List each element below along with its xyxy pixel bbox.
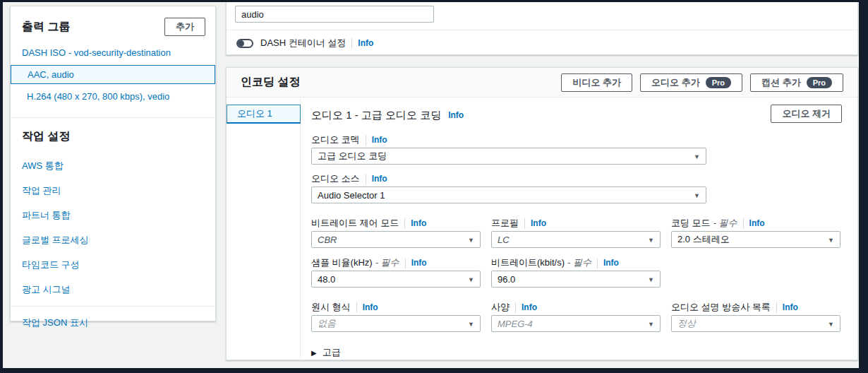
encoding-header-actions: 비디오 추가 오디오 추가 Pro 캡션 추가 Pro <box>561 73 843 92</box>
sidebar-item-dash-iso-group[interactable]: DASH ISO - vod-security-destination <box>11 43 215 62</box>
advanced-expander[interactable]: ▶ 고급 <box>311 346 842 359</box>
coding-mode-info-link[interactable]: Info <box>749 218 765 228</box>
audio-codec-label-row: 오디오 코덱 Info <box>311 134 842 146</box>
job-sidebar: 출력 그룹 추가 DASH ISO - vod-security-destina… <box>10 6 216 321</box>
label-separator <box>351 38 352 49</box>
audio-source-value: Audio Selector 1 <box>318 190 385 201</box>
job-settings-section: 작업 설정 AWS 통합 작업 관리 파트너 통합 글로벌 프로세싱 타임코드 … <box>11 118 215 306</box>
sample-rate-label-row: 샘플 비율(kHz) - 필수 Info <box>311 257 481 268</box>
raw-format-label-row: 원시 형식 Info <box>311 302 481 313</box>
label-separator <box>405 258 406 268</box>
audio-coding-info-link[interactable]: Info <box>448 110 464 120</box>
name-modifier-input[interactable] <box>235 6 434 23</box>
chevron-down-icon: ▼ <box>648 237 654 244</box>
label-separator <box>524 218 525 229</box>
output-tab-rail: 오디오 1 <box>227 97 301 360</box>
specification-select[interactable]: MPEG-4 ▼ <box>491 315 661 332</box>
add-audio-label: 오디오 추가 <box>651 76 700 89</box>
add-video-label: 비디오 추가 <box>572 76 621 89</box>
chevron-down-icon: ▼ <box>828 237 834 244</box>
profile-label-row: 프로필 Info <box>491 218 661 229</box>
label-separator <box>776 302 777 313</box>
audio-codec-label: 오디오 코덱 <box>311 134 360 146</box>
add-audio-button[interactable]: 오디오 추가 Pro <box>640 73 742 92</box>
dash-container-info-link[interactable]: Info <box>358 38 373 48</box>
chevron-down-icon: ▼ <box>468 276 474 283</box>
profile-select[interactable]: LC ▼ <box>491 231 661 248</box>
window-frame: 출력 그룹 추가 DASH ISO - vod-security-destina… <box>0 0 868 373</box>
remove-audio-button[interactable]: 오디오 제거 <box>771 105 842 123</box>
label-separator <box>743 218 744 229</box>
chevron-down-icon: ▼ <box>468 321 474 328</box>
dash-container-toggle[interactable] <box>236 39 253 48</box>
sidebar-item-aac-audio-selected[interactable]: AAC, audio <box>11 65 215 84</box>
broadcaster-mix-label: 오디오 설명 방송사 목록 <box>671 301 771 314</box>
audio-source-info-link[interactable]: Info <box>372 174 387 184</box>
job-settings-title: 작업 설정 <box>22 129 204 144</box>
output-groups-title: 출력 그룹 <box>22 20 70 35</box>
label-separator <box>597 258 598 268</box>
codec-options-row-2: 샘플 비율(kHz) - 필수 Info 48.0 ▼ 비트레이트(kbit/s… <box>311 257 842 288</box>
raw-format-info-link[interactable]: Info <box>363 302 378 312</box>
encoding-settings-header: 인코딩 설정 비디오 추가 오디오 추가 Pro 캡션 추가 Pro <box>227 68 857 97</box>
required-suffix: - 필수 <box>567 256 591 269</box>
audio-source-label-row: 오디오 소스 Info <box>311 173 842 184</box>
specification-label-row: 사양 Info <box>491 302 661 313</box>
broadcaster-mix-info-link[interactable]: Info <box>783 302 798 312</box>
profile-label: 프로필 <box>491 217 519 230</box>
pro-badge: Pro <box>807 77 832 88</box>
bitrate-label-row: 비트레이트(kbit/s) - 필수 Info <box>491 257 661 268</box>
encoding-settings-card: 인코딩 설정 비디오 추가 오디오 추가 Pro 캡션 추가 Pro 오디오 1 <box>226 67 858 360</box>
audio-codec-value: 고급 오디오 코딩 <box>318 150 387 162</box>
label-separator <box>356 302 357 313</box>
sidebar-item-timecode-config[interactable]: 타임코드 구성 <box>22 259 204 271</box>
show-job-json-link[interactable]: 작업 JSON 표시 <box>22 316 204 329</box>
sample-rate-info-link[interactable]: Info <box>411 258 427 268</box>
bitrate-value: 96.0 <box>498 274 515 285</box>
raw-format-value: 없음 <box>318 317 336 330</box>
sidebar-item-partner-integration[interactable]: 파트너 통합 <box>22 209 204 222</box>
profile-value: LC <box>498 235 510 245</box>
coding-mode-select[interactable]: 2.0 스테레오 ▼ <box>671 231 840 248</box>
raw-format-select[interactable]: 없음 ▼ <box>311 315 481 332</box>
audio-codec-info-link[interactable]: Info <box>372 135 387 145</box>
audio-codec-select[interactable]: 고급 오디오 코딩 ▼ <box>311 148 706 165</box>
add-video-button[interactable]: 비디오 추가 <box>561 73 632 92</box>
specification-info-link[interactable]: Info <box>522 302 537 312</box>
section-divider <box>227 30 857 30</box>
sample-rate-label: 샘플 비율(kHz) <box>311 256 373 269</box>
audio-source-select[interactable]: Audio Selector 1 ▼ <box>311 186 706 203</box>
tab-audio-1[interactable]: 오디오 1 <box>227 105 301 124</box>
bitrate-control-mode-select[interactable]: CBR ▼ <box>311 231 481 248</box>
raw-format-label: 원시 형식 <box>311 301 351 314</box>
coding-mode-label-row: 코딩 모드 - 필수 Info <box>671 218 840 229</box>
profile-info-link[interactable]: Info <box>531 218 546 228</box>
broadcaster-mix-select[interactable]: 정상 ▼ <box>671 315 840 332</box>
show-job-json-row: 작업 JSON 표시 <box>11 307 215 339</box>
bitrate-control-mode-info-link[interactable]: Info <box>411 218 426 228</box>
sample-rate-select[interactable]: 48.0 ▼ <box>311 271 481 288</box>
empty-cell <box>671 257 840 288</box>
advanced-label: 고급 <box>323 346 341 359</box>
chevron-down-icon: ▼ <box>694 192 700 199</box>
sidebar-item-aws-integration[interactable]: AWS 통합 <box>22 160 204 172</box>
label-separator <box>404 218 405 229</box>
audio-1-pane: 오디오 1 - 고급 오디오 코딩 Info 오디오 제거 오디오 코덱 Inf… <box>301 97 857 360</box>
bitrate-info-link[interactable]: Info <box>603 258 619 268</box>
sidebar-item-job-management[interactable]: 작업 관리 <box>22 184 204 197</box>
output-settings-card: DASH 컨테이너 설정 Info <box>226 2 858 55</box>
add-caption-label: 캡션 추가 <box>761 76 801 89</box>
sidebar-item-ad-signaling[interactable]: 광고 시그널 <box>22 283 204 296</box>
toggle-knob-icon <box>238 40 244 47</box>
output-groups-header: 출력 그룹 추가 <box>11 6 215 43</box>
add-output-group-button[interactable]: 추가 <box>164 18 205 36</box>
bitrate-select[interactable]: 96.0 ▼ <box>491 271 661 288</box>
sidebar-item-global-processing[interactable]: 글로벌 프로세싱 <box>22 234 204 247</box>
sidebar-item-h264-video[interactable]: H.264 (480 x 270, 800 kbps), vedio <box>11 87 215 106</box>
specification-label: 사양 <box>491 301 510 314</box>
label-separator <box>515 302 516 313</box>
dash-container-settings-row: DASH 컨테이너 설정 Info <box>236 37 373 49</box>
specification-value: MPEG-4 <box>498 319 533 329</box>
label-separator <box>366 135 366 146</box>
add-caption-button[interactable]: 캡션 추가 Pro <box>750 73 843 92</box>
